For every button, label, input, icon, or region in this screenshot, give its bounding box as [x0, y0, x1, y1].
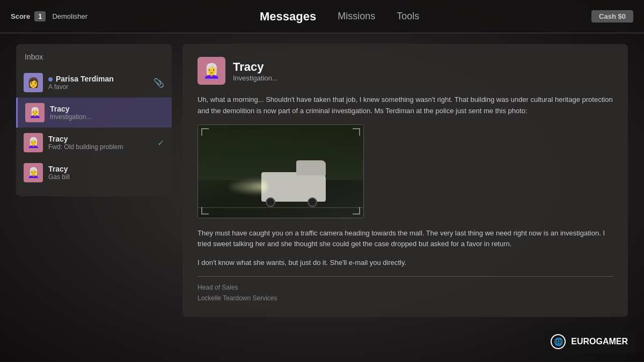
- message-item-tracy-building[interactable]: 👩‍🦳 Tracy Fwd: Old building problem ✓: [16, 128, 172, 158]
- camera-image: [197, 124, 364, 218]
- sender-tracy-2: Tracy: [48, 135, 152, 143]
- road-line: [198, 207, 363, 208]
- score-value: 1: [34, 11, 46, 21]
- detail-body: Uh, what a morning... Shouldn't have tak…: [197, 94, 613, 269]
- van-cab: [296, 160, 326, 175]
- camera-corner-bl: [201, 207, 209, 215]
- sender-parisa: Parisa Terdiman: [48, 75, 148, 83]
- inbox-title: Inbox: [16, 53, 172, 68]
- nav-tools[interactable]: Tools: [397, 11, 419, 22]
- top-bar-right: Cash $0: [591, 10, 633, 23]
- detail-sender-info: Tracy Investigation...: [233, 60, 278, 82]
- top-bar: Score 1 Demolisher Messages Missions Too…: [0, 0, 644, 33]
- detail-panel: 👩‍🦳 Tracy Investigation... Uh, what a mo…: [182, 44, 628, 317]
- cash-badge: Cash $0: [591, 10, 633, 23]
- eurogamer-watermark: 🌐 EUROGAMER: [543, 330, 635, 353]
- message-info-tracy-investigation: Tracy Investigation...: [50, 105, 164, 121]
- van-wheel-front: [266, 197, 275, 207]
- globe-icon: 🌐: [551, 334, 566, 349]
- message-info-tracy-building: Tracy Fwd: Old building problem: [48, 135, 152, 151]
- van-body: [261, 172, 326, 202]
- preview-tracy-1: Investigation...: [50, 113, 164, 121]
- detail-sender-name: Tracy: [233, 60, 278, 74]
- nav-messages[interactable]: Messages: [260, 10, 316, 24]
- detail-paragraph-1: Uh, what a morning... Shouldn't have tak…: [197, 94, 613, 117]
- main-content: Inbox 👩 Parisa Terdiman A favor 📎 👩‍🦳 Tr…: [0, 33, 644, 362]
- avatar-tracy-2: 👩‍🦳: [24, 133, 43, 152]
- detail-subject: Investigation...: [233, 74, 278, 82]
- camera-corner-tr: [353, 128, 360, 136]
- message-item-tracy-gas[interactable]: 👩‍🦳 Tracy Gas bill: [16, 158, 172, 188]
- nav-bar: Messages Missions Tools: [260, 10, 419, 24]
- tracy-avatar-image: 👩‍🦳: [197, 57, 225, 85]
- headlight-glow: [229, 179, 267, 195]
- preview-tracy-3: Gas bill: [48, 173, 164, 181]
- signature-company: Lockelle Teardown Services: [197, 293, 613, 304]
- message-item-parisa[interactable]: 👩 Parisa Terdiman A favor 📎: [16, 68, 172, 98]
- checkmark-icon: ✓: [157, 138, 164, 148]
- avatar-tracy-1: 👩‍🦳: [25, 103, 45, 122]
- attachment-icon: 📎: [153, 78, 164, 88]
- detail-avatar: 👩‍🦳: [197, 57, 225, 85]
- camera-corner-tl: [201, 128, 209, 136]
- preview-tracy-2: Fwd: Old building problem: [48, 143, 152, 151]
- detail-paragraph-3: I don't know what she wants, but just do…: [197, 257, 613, 269]
- camera-image-inner: [198, 125, 363, 218]
- signature-title: Head of Sales: [197, 282, 613, 293]
- van-shape: [261, 172, 326, 202]
- preview-parisa: A favor: [48, 83, 148, 91]
- avatar-tracy-3: 👩‍🦳: [24, 163, 43, 182]
- eurogamer-text: EUROGAMER: [571, 337, 628, 346]
- detail-header: 👩‍🦳 Tracy Investigation...: [197, 57, 613, 85]
- message-item-tracy-investigation[interactable]: 👩‍🦳 Tracy Investigation...: [16, 98, 172, 128]
- message-info-tracy-gas: Tracy Gas bill: [48, 165, 164, 181]
- inbox-panel: Inbox 👩 Parisa Terdiman A favor 📎 👩‍🦳 Tr…: [16, 44, 172, 196]
- sender-tracy-3: Tracy: [48, 165, 164, 173]
- nav-missions[interactable]: Missions: [338, 11, 375, 22]
- score-label: Score: [11, 12, 30, 20]
- van-wheel-rear: [308, 197, 317, 207]
- top-bar-left: Score 1 Demolisher: [11, 11, 87, 21]
- sender-tracy-1: Tracy: [50, 105, 164, 113]
- player-tag: Demolisher: [52, 12, 87, 20]
- van-wheels: [266, 197, 317, 207]
- signature-divider: [197, 276, 613, 277]
- signature: Head of Sales Lockelle Teardown Services: [197, 282, 613, 304]
- avatar-parisa: 👩: [24, 73, 43, 92]
- camera-corner-br: [353, 207, 360, 215]
- message-info-parisa: Parisa Terdiman A favor: [48, 75, 148, 91]
- detail-paragraph-2: They must have caught you on a traffic c…: [197, 228, 613, 250]
